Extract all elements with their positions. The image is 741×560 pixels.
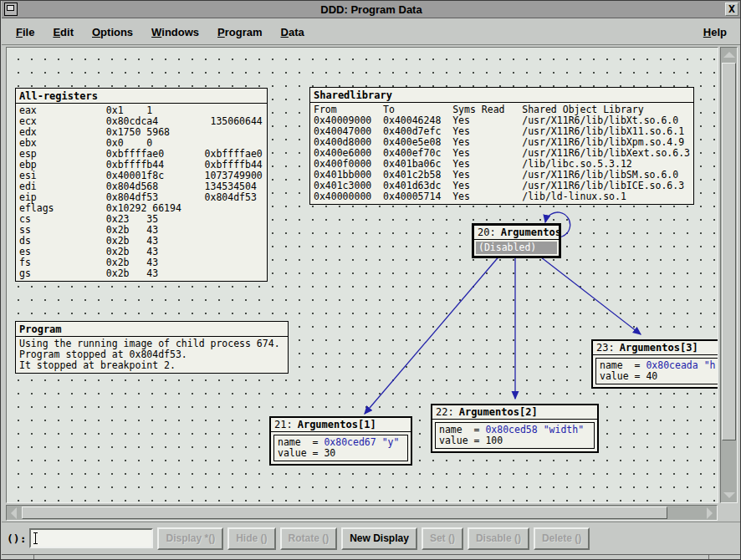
text-caret bbox=[35, 532, 36, 544]
horizontal-scrollbar-thumb[interactable] bbox=[22, 507, 667, 519]
menu-file[interactable]: File bbox=[7, 23, 43, 42]
right-triangle-icon bbox=[707, 507, 713, 519]
field-label: name = bbox=[439, 424, 485, 435]
field-label: value = bbox=[439, 435, 485, 446]
resize-notch-right bbox=[708, 555, 709, 560]
scroll-down-icon[interactable] bbox=[721, 488, 737, 502]
node-20-title: 20:Argumentos bbox=[474, 226, 559, 240]
argument-field-frame bbox=[29, 528, 153, 548]
number-value: 30 bbox=[324, 447, 335, 459]
display-node-20[interactable]: 20:Argumentos (Disabled) bbox=[472, 223, 561, 258]
pointer-value: 0x80ced67 "y" bbox=[324, 436, 399, 448]
disable-button[interactable]: Disable () bbox=[468, 527, 529, 550]
node-22-values[interactable]: name = 0x80ced58 "width" value = 100 bbox=[435, 422, 595, 449]
all-registers-title: All-registers bbox=[16, 89, 267, 104]
argument-input[interactable] bbox=[31, 530, 151, 547]
menu-help[interactable]: Help bbox=[694, 23, 736, 42]
node-23-number[interactable]: 23: bbox=[596, 342, 615, 354]
hide-button[interactable]: Hide () bbox=[227, 527, 275, 550]
number-value: 40 bbox=[646, 370, 657, 382]
down-triangle-icon bbox=[723, 492, 735, 498]
scroll-right-icon[interactable] bbox=[703, 506, 717, 520]
node-23-name: Argumentos[3] bbox=[620, 342, 698, 354]
node-20-disabled-value[interactable]: (Disabled) bbox=[476, 242, 557, 254]
node-23-title: 23:Argumentos[3] bbox=[593, 341, 718, 355]
node-22-field-value: value = 100 bbox=[439, 435, 590, 446]
node-23-values[interactable]: name = 0x80ceada "h value = 40 bbox=[595, 358, 718, 384]
horizontal-scrollbar[interactable] bbox=[6, 505, 718, 521]
delete-button[interactable]: Delete () bbox=[534, 527, 590, 550]
node-21-title: 21:Argumentos[1] bbox=[271, 418, 411, 432]
display-node-23[interactable]: 23:Argumentos[3] name = 0x80ceada "h val… bbox=[591, 339, 718, 389]
scroll-left-icon[interactable] bbox=[7, 506, 21, 520]
menu-data[interactable]: Data bbox=[272, 23, 314, 42]
scroll-up-icon[interactable] bbox=[721, 48, 737, 62]
field-label: name = bbox=[600, 359, 646, 371]
up-triangle-icon bbox=[723, 52, 735, 58]
field-label: value = bbox=[600, 370, 646, 382]
resize-notch-left bbox=[33, 555, 34, 560]
program-status-lines: Using the running image of child process… bbox=[16, 337, 288, 373]
menu-bar: File Edit Options Windows Program Data H… bbox=[2, 19, 741, 45]
display-node-22[interactable]: 22:Argumentos[2] name = 0x80ced58 "width… bbox=[431, 404, 599, 453]
sharedlibrary-header: From To Syms Read Shared Object Library bbox=[310, 103, 693, 115]
node-22-title: 22:Argumentos[2] bbox=[432, 405, 597, 420]
menu-options[interactable]: Options bbox=[83, 23, 142, 42]
field-label: name = bbox=[278, 436, 324, 448]
edge-20-23 bbox=[537, 254, 641, 334]
window-title: DDD: Program Data bbox=[2, 3, 741, 16]
close-icon[interactable]: X bbox=[725, 3, 738, 16]
set-button[interactable]: Set () bbox=[422, 527, 463, 550]
sharedlibrary-title: Sharedlibrary bbox=[310, 88, 693, 103]
number-value: 100 bbox=[485, 435, 503, 446]
display-button[interactable]: Display *() bbox=[157, 527, 223, 550]
node-22-name: Argumentos[2] bbox=[459, 406, 538, 418]
sharedlibrary-rows: 0x40009000 0x40046248 Yes /usr/X11R6/lib… bbox=[310, 115, 693, 204]
node-21-field-value: value = 30 bbox=[278, 448, 404, 459]
node-21-name: Argumentos[1] bbox=[298, 419, 376, 430]
window-resize-strip[interactable] bbox=[2, 554, 741, 560]
node-21-number[interactable]: 21: bbox=[274, 419, 293, 430]
node-21-values[interactable]: name = 0x80ced67 "y" value = 30 bbox=[273, 435, 408, 461]
sharedlibrary-box[interactable]: Sharedlibrary From To Syms Read Shared O… bbox=[309, 87, 694, 205]
program-title: Program bbox=[16, 322, 288, 337]
menu-edit[interactable]: Edit bbox=[43, 23, 83, 42]
rotate-button[interactable]: Rotate () bbox=[280, 527, 338, 550]
program-box[interactable]: Program Using the running image of child… bbox=[15, 321, 289, 374]
left-triangle-icon bbox=[11, 507, 17, 519]
ddd-program-data-window: DDD: Program Data X File Edit Options Wi… bbox=[0, 0, 741, 560]
data-display-canvas[interactable]: All-registers eax 0x1 1 ecx 0x80cdca4 13… bbox=[6, 47, 718, 503]
vertical-scrollbar-thumb[interactable] bbox=[722, 63, 736, 440]
all-registers-values: eax 0x1 1 ecx 0x80cdca4 135060644 edx 0x… bbox=[16, 104, 267, 281]
display-node-21[interactable]: 21:Argumentos[1] name = 0x80ced67 "y" va… bbox=[269, 416, 412, 466]
node-20-name: Argumentos bbox=[501, 227, 561, 238]
edge-20-21 bbox=[365, 254, 501, 414]
all-registers-box[interactable]: All-registers eax 0x1 1 ecx 0x80cdca4 13… bbox=[15, 88, 268, 282]
pointer-value: 0x80ceada "h bbox=[646, 359, 715, 371]
menu-windows[interactable]: Windows bbox=[142, 23, 208, 42]
pointer-value: 0x80ced58 "width" bbox=[485, 424, 584, 435]
field-label: value = bbox=[278, 447, 324, 459]
new-display-button[interactable]: New Display bbox=[341, 527, 417, 550]
argument-label: (): bbox=[7, 532, 26, 545]
vertical-scrollbar[interactable] bbox=[720, 47, 738, 503]
node-22-number[interactable]: 22: bbox=[436, 406, 454, 418]
node-23-field-value: value = 40 bbox=[600, 371, 718, 382]
title-bar[interactable]: DDD: Program Data X bbox=[2, 1, 741, 18]
node-20-number[interactable]: 20: bbox=[478, 227, 496, 238]
argument-toolbar: (): Display *() Hide () Rotate () New Di… bbox=[2, 522, 741, 554]
menu-program[interactable]: Program bbox=[208, 23, 271, 42]
